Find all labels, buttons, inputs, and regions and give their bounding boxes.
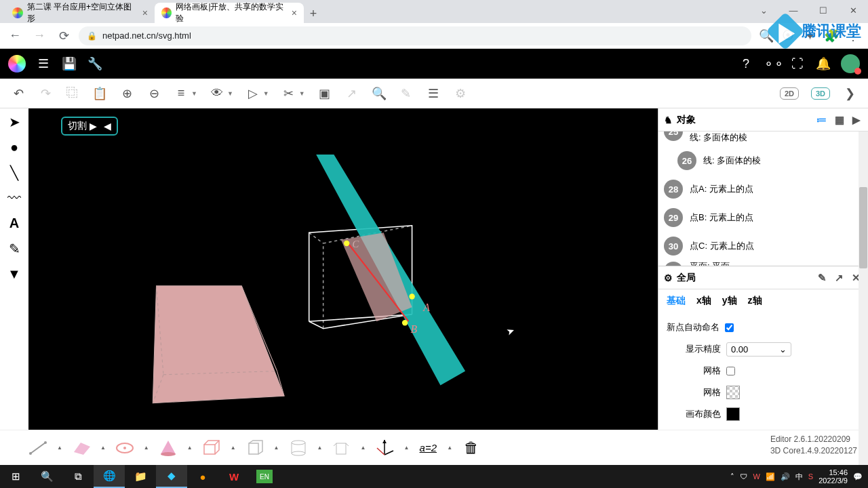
extension-icon[interactable]: ✦ (800, 26, 819, 45)
user-avatar[interactable] (841, 54, 860, 73)
hamburger-icon[interactable]: ☰ (35, 56, 52, 71)
object-item-26[interactable]: 26 线: 多面体的棱 t (658, 146, 868, 175)
object-item-31[interactable]: 31 平面: 平面 (658, 260, 868, 266)
search-button[interactable]: 🔍 (31, 465, 62, 488)
fullscreen-icon[interactable]: ⛶ (789, 57, 806, 71)
minimize-button[interactable]: — (778, 0, 808, 20)
object-item-25[interactable]: 25 线: 多面体的棱 t (658, 131, 868, 146)
grid-view-icon[interactable]: ▦ (833, 114, 846, 126)
objects-list[interactable]: 25 线: 多面体的棱 t 26 线: 多面体的棱 t 28 点A: 元素上的点… (658, 131, 868, 266)
text-tool[interactable]: A (9, 216, 19, 231)
tab-x-axis[interactable]: x轴 (696, 295, 711, 307)
object-item-28[interactable]: 28 点A: 元素上的点 t (658, 175, 868, 203)
browser-tab-2[interactable]: 网络画板|开放、共享的数学实验 × (155, 3, 304, 23)
settings-button[interactable]: ☰ (426, 86, 441, 101)
point-a-mark[interactable] (409, 293, 414, 299)
window-dropdown-icon[interactable]: ⌄ (749, 0, 778, 20)
point-c[interactable] (344, 241, 349, 246)
tab-z-axis[interactable]: z轴 (748, 295, 762, 307)
chrome-taskbar-icon[interactable]: 🌐 (94, 465, 125, 488)
line-tool[interactable]: ╲ (10, 165, 18, 181)
tray-chevron-icon[interactable]: ˄ (730, 472, 734, 481)
notification-tray-icon[interactable]: 💬 (853, 472, 863, 481)
play-dropdown[interactable]: ▷▼ (245, 86, 269, 101)
paste-button[interactable]: 📋 (92, 86, 107, 101)
orange-app-icon[interactable]: ● (187, 465, 218, 488)
lock-icon: 🔒 (87, 31, 97, 41)
bell-icon[interactable]: 🔔 (815, 56, 831, 71)
gear-button[interactable]: ⚙ (453, 86, 468, 101)
sogou-tray-icon[interactable]: S (808, 472, 813, 481)
object-item-29[interactable]: 29 点B: 元素上的点 t (658, 203, 868, 232)
redo-button[interactable]: ↷ (38, 86, 53, 101)
cut-dropdown[interactable]: ✂▼ (281, 86, 305, 101)
copy-button[interactable]: ⿻ (65, 86, 80, 100)
puzzle-icon[interactable]: 🧩 (822, 26, 841, 45)
close-icon[interactable]: × (292, 7, 297, 18)
export-button[interactable]: ↗ (344, 86, 359, 101)
wps-taskbar-icon[interactable]: W (218, 465, 250, 488)
3d-toggle[interactable]: 3D (811, 87, 830, 100)
zoom-in-button[interactable]: ⊕ (119, 86, 134, 101)
edit-panel-icon[interactable]: ✎ (816, 272, 829, 284)
start-button[interactable]: ⊞ (0, 465, 31, 488)
app-logo-icon[interactable] (8, 55, 26, 73)
list-view-icon[interactable]: ≔ (814, 114, 829, 126)
curve-tool[interactable]: 〰 (7, 190, 21, 206)
translate-icon[interactable]: ⦿ (778, 26, 797, 45)
wrench-icon[interactable]: 🔧 (87, 56, 103, 71)
global-scrollbar[interactable] (859, 182, 868, 488)
back-button[interactable]: ← (5, 26, 24, 45)
object-item-30[interactable]: 30 点C: 元素上的点 t (658, 232, 868, 260)
menu-icon[interactable]: ⋮ (844, 26, 863, 45)
more-tools[interactable]: ▼ (7, 266, 21, 282)
select-tool[interactable]: ➤ (9, 114, 20, 130)
share-icon[interactable]: ⚬⚬ (764, 56, 780, 71)
cube-button[interactable]: ▣ (317, 86, 332, 101)
point-b-mark[interactable] (402, 320, 408, 325)
play-panel-icon[interactable]: ▶ (850, 114, 863, 126)
reload-button[interactable]: ⟳ (54, 26, 73, 45)
undo-button[interactable]: ↶ (11, 86, 26, 101)
task-view-button[interactable]: ⧉ (62, 465, 94, 488)
wifi-tray-icon[interactable]: 📶 (766, 472, 775, 481)
grid-checkbox[interactable] (726, 367, 735, 375)
close-window-button[interactable]: ✕ (838, 0, 868, 20)
list-dropdown[interactable]: ≡▼ (174, 86, 197, 100)
auto-name-checkbox[interactable] (725, 323, 734, 332)
ime-taskbar-icon[interactable]: EN (256, 470, 273, 483)
w-tray-icon[interactable]: W (753, 472, 760, 481)
pen-tool[interactable]: ✎ (9, 241, 20, 257)
security-tray-icon[interactable]: 🛡 (740, 472, 747, 481)
browser-tab-1[interactable]: 第二课 平台应用+空间立体图形 × (5, 3, 155, 23)
point-tool[interactable]: ● (10, 140, 18, 155)
help-icon[interactable]: ? (738, 57, 754, 71)
grid-color-swatch[interactable] (726, 386, 740, 399)
2d-toggle[interactable]: 2D (780, 87, 799, 100)
ime-tray-icon[interactable]: 中 (795, 472, 803, 482)
zoom-out-button[interactable]: ⊖ (146, 86, 161, 101)
close-icon[interactable]: × (142, 7, 148, 18)
inspect-button[interactable]: 🔍 (372, 86, 387, 101)
new-tab-button[interactable]: + (304, 4, 323, 23)
edit-button[interactable]: ✎ (399, 86, 414, 101)
chevron-right-icon[interactable]: ❯ (842, 86, 857, 101)
url-input[interactable]: 🔒 netpad.net.cn/svg.html (79, 26, 751, 45)
save-icon[interactable]: 💾 (61, 56, 77, 71)
tab-y-axis[interactable]: y轴 (722, 295, 737, 307)
clock[interactable]: 15:46 2022/3/9 (818, 468, 848, 485)
caret-icon[interactable]: ▲ (57, 445, 62, 451)
system-tray[interactable]: ˄ 🛡 W 📶 🔊 中 S 15:46 2022/3/9 💬 (730, 468, 868, 485)
canvas-color-swatch[interactable] (726, 407, 740, 421)
volume-tray-icon[interactable]: 🔊 (781, 472, 790, 481)
tab-basic[interactable]: 基础 (667, 295, 686, 307)
precision-select[interactable]: 0.00 ⌄ (726, 342, 791, 357)
canvas-3d[interactable]: 切割 ▶ ◀ (28, 108, 658, 430)
popout-icon[interactable]: ↗ (833, 272, 846, 284)
app-taskbar-icon[interactable]: ◆ (156, 465, 187, 488)
forward-button[interactable]: → (30, 26, 49, 45)
explorer-taskbar-icon[interactable]: 📁 (125, 465, 156, 488)
zoom-icon[interactable]: 🔍 (757, 26, 776, 45)
maximize-button[interactable]: ☐ (808, 0, 838, 20)
visibility-dropdown[interactable]: 👁▼ (210, 86, 233, 100)
